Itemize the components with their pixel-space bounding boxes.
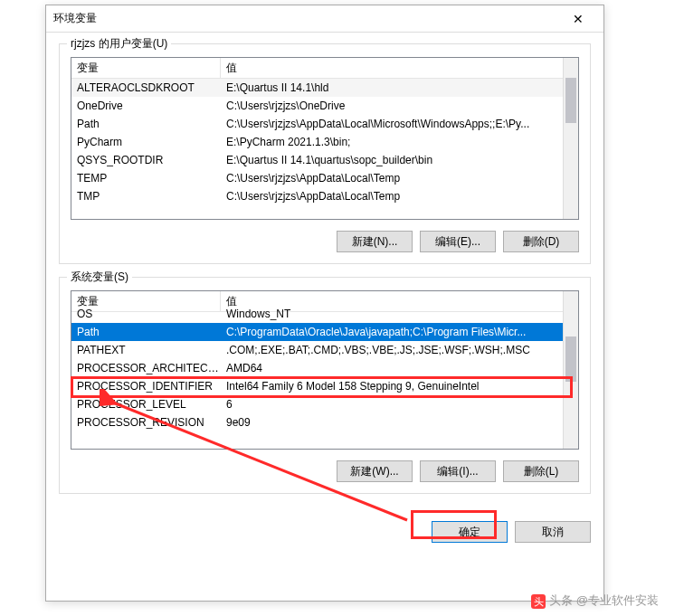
table-row[interactable]: PyCharmE:\PyCharm 2021.1.3\bin; xyxy=(71,133,578,151)
scrollbar-thumb[interactable] xyxy=(565,78,576,123)
table-row[interactable]: OSWindows_NT xyxy=(71,305,578,323)
table-row[interactable]: PROCESSOR_LEVEL6 xyxy=(71,395,578,413)
close-icon[interactable]: ✕ xyxy=(560,7,596,31)
user-scrollbar[interactable] xyxy=(563,58,578,219)
table-row[interactable]: PATHEXT.COM;.EXE;.BAT;.CMD;.VBS;.VBE;.JS… xyxy=(71,341,578,359)
sys-scrollbar[interactable] xyxy=(563,291,578,449)
env-vars-dialog: 环境变量 ✕ rjzjzs 的用户变量(U) 变量 值 ALTERAOCLSDK… xyxy=(45,5,604,602)
watermark-logo-icon: 头 xyxy=(531,594,546,609)
table-row-selected[interactable]: PathC:\ProgramData\Oracle\Java\javapath;… xyxy=(71,323,578,341)
sys-vars-table[interactable]: 变量 值 OSWindows_NT PathC:\ProgramData\Ora… xyxy=(71,290,579,450)
table-row[interactable]: TMPC:\Users\rjzjzs\AppData\Local\Temp xyxy=(71,187,578,205)
table-row[interactable]: TEMPC:\Users\rjzjzs\AppData\Local\Temp xyxy=(71,169,578,187)
table-row[interactable]: QSYS_ROOTDIRE:\Quartus II 14.1\quartus\s… xyxy=(71,151,578,169)
user-table-header[interactable]: 变量 值 xyxy=(71,58,578,79)
user-vars-group: rjzjzs 的用户变量(U) 变量 值 ALTERAOCLSDKROOTE:\… xyxy=(59,43,591,264)
user-buttons: 新建(N)... 编辑(E)... 删除(D) xyxy=(71,231,579,252)
user-vars-label: rjzjzs 的用户变量(U) xyxy=(67,36,171,52)
sys-delete-button[interactable]: 删除(L) xyxy=(503,460,579,482)
table-row[interactable]: PROCESSOR_REVISION9e09 xyxy=(71,413,578,431)
user-delete-button[interactable]: 删除(D) xyxy=(503,231,579,252)
user-new-button[interactable]: 新建(N)... xyxy=(337,231,413,252)
sys-new-button[interactable]: 新建(W)... xyxy=(337,460,413,482)
user-header-val[interactable]: 值 xyxy=(221,58,578,78)
user-edit-button[interactable]: 编辑(E)... xyxy=(420,231,496,252)
user-vars-table[interactable]: 变量 值 ALTERAOCLSDKROOTE:\Quartus II 14.1\… xyxy=(71,57,579,220)
table-row[interactable]: PathC:\Users\rjzjzs\AppData\Local\Micros… xyxy=(71,115,578,133)
dialog-content: rjzjzs 的用户变量(U) 变量 值 ALTERAOCLSDKROOTE:\… xyxy=(46,33,603,516)
user-header-var[interactable]: 变量 xyxy=(71,58,221,78)
sys-vars-group: 系统变量(S) 变量 值 OSWindows_NT PathC:\Program… xyxy=(59,277,591,494)
watermark-text: 头条 @专业软件安装 xyxy=(549,593,659,607)
dialog-bottom-buttons: 确定 取消 xyxy=(46,516,603,554)
watermark: 头头条 @专业软件安装 xyxy=(531,592,659,609)
sys-buttons: 新建(W)... 编辑(I)... 删除(L) xyxy=(71,460,579,482)
table-row[interactable]: PROCESSOR_ARCHITECTUREAMD64 xyxy=(71,359,578,377)
table-row[interactable]: OneDriveC:\Users\rjzjzs\OneDrive xyxy=(71,97,578,115)
cancel-button[interactable]: 取消 xyxy=(515,521,591,543)
titlebar: 环境变量 ✕ xyxy=(46,5,603,33)
sys-edit-button[interactable]: 编辑(I)... xyxy=(420,460,496,482)
ok-button[interactable]: 确定 xyxy=(432,521,508,543)
dialog-title: 环境变量 xyxy=(53,11,560,26)
scrollbar-thumb[interactable] xyxy=(565,336,576,382)
table-row[interactable]: ALTERAOCLSDKROOTE:\Quartus II 14.1\hld xyxy=(71,79,578,97)
table-row[interactable]: PROCESSOR_IDENTIFIERIntel64 Family 6 Mod… xyxy=(71,377,578,395)
sys-vars-label: 系统变量(S) xyxy=(67,270,132,285)
